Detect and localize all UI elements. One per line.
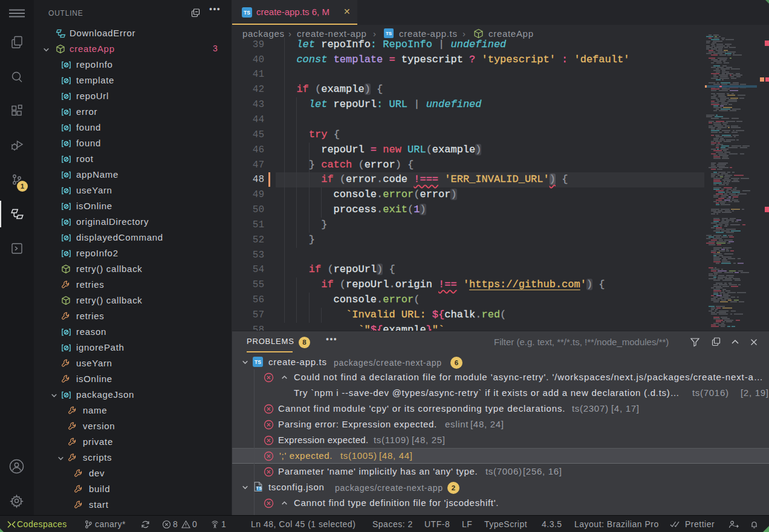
svg-text:TS: TS <box>256 486 262 490</box>
